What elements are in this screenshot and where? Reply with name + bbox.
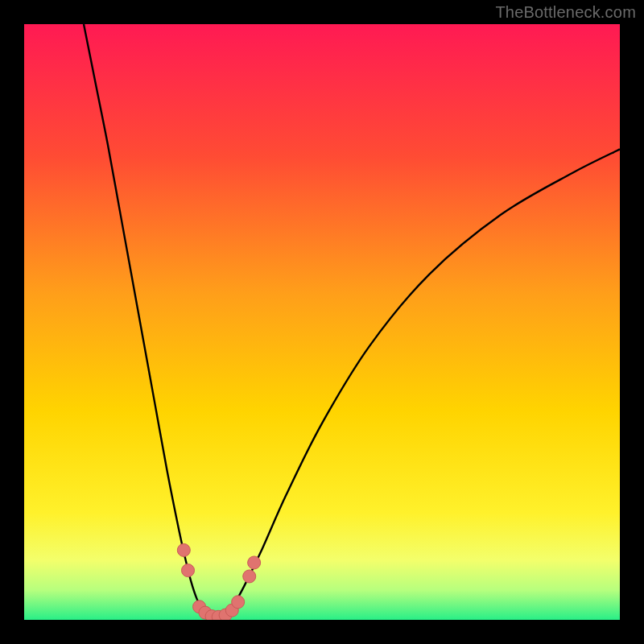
marker-point (243, 570, 256, 583)
marker-point (182, 564, 195, 577)
marker-point (232, 596, 245, 609)
gradient-background (24, 24, 620, 620)
marker-point (177, 543, 190, 556)
watermark-text: TheBottleneck.com (495, 3, 636, 22)
bottleneck-chart (24, 24, 620, 620)
marker-point (248, 556, 261, 569)
chart-frame: TheBottleneck.com (0, 0, 644, 644)
